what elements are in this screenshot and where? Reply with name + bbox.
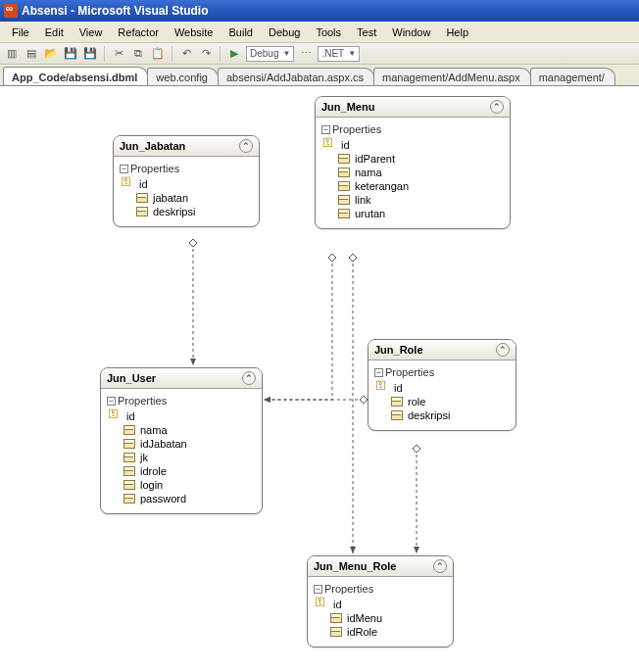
- property-row[interactable]: role: [372, 395, 512, 408]
- collapse-section-icon[interactable]: −: [314, 585, 322, 594]
- entity-body: − Properties id role deskripsi: [369, 360, 516, 430]
- property-row[interactable]: id: [320, 138, 506, 152]
- menu-file[interactable]: File: [4, 24, 37, 40]
- tab-label: App_Code/absensi.dbml: [12, 72, 137, 83]
- property-row[interactable]: id: [372, 381, 512, 395]
- config-dropdown[interactable]: Debug ▼: [246, 46, 294, 62]
- toolbar-separator: [172, 46, 172, 62]
- collapse-icon[interactable]: ⌃: [433, 559, 447, 573]
- save-all-icon[interactable]: 💾: [82, 46, 98, 62]
- new-project-icon[interactable]: ▥: [4, 46, 20, 62]
- collapse-icon[interactable]: ⌃: [496, 343, 510, 357]
- entity-jun-menu-role[interactable]: Jun_Menu_Role ⌃ − Properties id idMenu i…: [307, 555, 454, 648]
- property-row[interactable]: idRole: [312, 625, 449, 639]
- properties-header[interactable]: − Properties: [105, 393, 258, 409]
- property-name: id: [126, 410, 135, 422]
- property-row[interactable]: jabatan: [118, 191, 255, 205]
- property-row[interactable]: jk: [105, 451, 258, 464]
- redo-icon[interactable]: ↷: [198, 46, 214, 62]
- collapse-icon[interactable]: ⌃: [242, 371, 256, 385]
- column-icon: [123, 453, 136, 462]
- menu-test[interactable]: Test: [349, 24, 384, 40]
- collapse-icon[interactable]: ⌃: [239, 139, 253, 153]
- menu-debug[interactable]: Debug: [261, 24, 308, 40]
- property-row[interactable]: deskripsi: [372, 408, 512, 422]
- property-row[interactable]: deskripsi: [118, 205, 255, 218]
- property-row[interactable]: id: [105, 409, 258, 423]
- property-row[interactable]: idParent: [320, 152, 506, 166]
- entity-body: − Properties id nama idJabatan jk idrole…: [101, 389, 262, 513]
- property-row[interactable]: password: [105, 492, 258, 505]
- tab-addjabatan-cs[interactable]: absensi/AddJabatan.aspx.cs: [218, 68, 374, 85]
- copy-icon[interactable]: ⧉: [130, 46, 146, 62]
- collapse-section-icon[interactable]: −: [120, 165, 128, 173]
- properties-header[interactable]: − Properties: [312, 581, 449, 598]
- menu-refactor[interactable]: Refactor: [110, 24, 167, 40]
- property-name: keterangan: [355, 180, 409, 192]
- entity-jun-menu[interactable]: Jun_Menu ⌃ − Properties id idParent nama…: [315, 96, 511, 229]
- entity-header[interactable]: Jun_Role ⌃: [369, 340, 516, 360]
- property-row[interactable]: keterangan: [320, 179, 506, 193]
- property-row[interactable]: idJabatan: [105, 437, 258, 451]
- property-name: id: [139, 178, 148, 190]
- menu-bar: File Edit View Refactor Website Build De…: [0, 22, 639, 43]
- menu-help[interactable]: Help: [438, 24, 476, 40]
- platform-value: .NET: [321, 48, 344, 59]
- entity-header[interactable]: Jun_Jabatan ⌃: [114, 136, 259, 157]
- save-icon[interactable]: 💾: [63, 46, 78, 62]
- property-row[interactable]: nama: [320, 166, 506, 179]
- property-row[interactable]: id: [312, 598, 449, 611]
- menu-view[interactable]: View: [72, 24, 111, 40]
- properties-header[interactable]: − Properties: [372, 364, 512, 381]
- add-item-icon[interactable]: ▤: [24, 46, 39, 62]
- start-debug-icon[interactable]: ▶: [226, 46, 242, 62]
- designer-surface[interactable]: Jun_Jabatan ⌃ − Properties id jabatan de…: [0, 86, 639, 672]
- property-name: id: [394, 382, 403, 394]
- tab-absensi-dbml[interactable]: App_Code/absensi.dbml: [3, 67, 148, 85]
- property-row[interactable]: id: [118, 177, 255, 191]
- collapse-icon[interactable]: ⌃: [490, 100, 504, 114]
- open-icon[interactable]: 📂: [43, 46, 59, 62]
- properties-header[interactable]: − Properties: [118, 161, 255, 177]
- entity-jun-role[interactable]: Jun_Role ⌃ − Properties id role deskrips…: [368, 339, 516, 431]
- entity-header[interactable]: Jun_Menu_Role ⌃: [308, 556, 453, 577]
- property-row[interactable]: login: [105, 478, 258, 492]
- entity-title: Jun_User: [107, 372, 156, 384]
- menu-tools[interactable]: Tools: [308, 24, 349, 40]
- entity-header[interactable]: Jun_User ⌃: [101, 368, 262, 389]
- property-row[interactable]: nama: [105, 423, 258, 437]
- property-name: idMenu: [347, 612, 382, 624]
- entity-jun-user[interactable]: Jun_User ⌃ − Properties id nama idJabata…: [100, 367, 263, 514]
- property-name: idJabatan: [140, 438, 187, 450]
- menu-website[interactable]: Website: [167, 24, 221, 40]
- property-row[interactable]: idrole: [105, 464, 258, 478]
- entity-jun-jabatan[interactable]: Jun_Jabatan ⌃ − Properties id jabatan de…: [113, 135, 260, 227]
- collapse-section-icon[interactable]: −: [374, 368, 383, 377]
- tab-web-config[interactable]: web.config: [147, 68, 219, 85]
- entity-body: − Properties id idMenu idRole: [308, 577, 453, 647]
- properties-header[interactable]: − Properties: [320, 121, 506, 138]
- menu-build[interactable]: Build: [221, 24, 260, 40]
- property-name: deskripsi: [153, 206, 195, 217]
- menu-window[interactable]: Window: [384, 24, 438, 40]
- paste-icon[interactable]: 📋: [150, 46, 166, 62]
- property-row[interactable]: link: [320, 193, 506, 207]
- misc-icon[interactable]: ⋯: [298, 46, 314, 62]
- tab-addmenu-aspx[interactable]: management/AddMenu.aspx: [373, 68, 531, 85]
- undo-icon[interactable]: ↶: [178, 46, 194, 62]
- tab-management[interactable]: management/: [530, 68, 615, 85]
- entity-header[interactable]: Jun_Menu ⌃: [316, 97, 510, 118]
- collapse-section-icon[interactable]: −: [107, 397, 116, 406]
- column-icon: [329, 613, 343, 623]
- platform-dropdown[interactable]: .NET ▼: [318, 46, 360, 62]
- property-name: nama: [140, 424, 168, 436]
- property-row[interactable]: urutan: [320, 207, 506, 220]
- column-icon: [123, 439, 136, 449]
- cut-icon[interactable]: ✂: [111, 46, 126, 62]
- menu-edit[interactable]: Edit: [37, 24, 72, 40]
- collapse-section-icon[interactable]: −: [321, 125, 330, 134]
- column-icon: [337, 195, 351, 205]
- toolbar: ▥ ▤ 📂 💾 💾 ✂ ⧉ 📋 ↶ ↷ ▶ Debug ▼ ⋯ .NET ▼: [0, 43, 639, 65]
- property-row[interactable]: idMenu: [312, 611, 449, 625]
- key-icon: [316, 600, 329, 609]
